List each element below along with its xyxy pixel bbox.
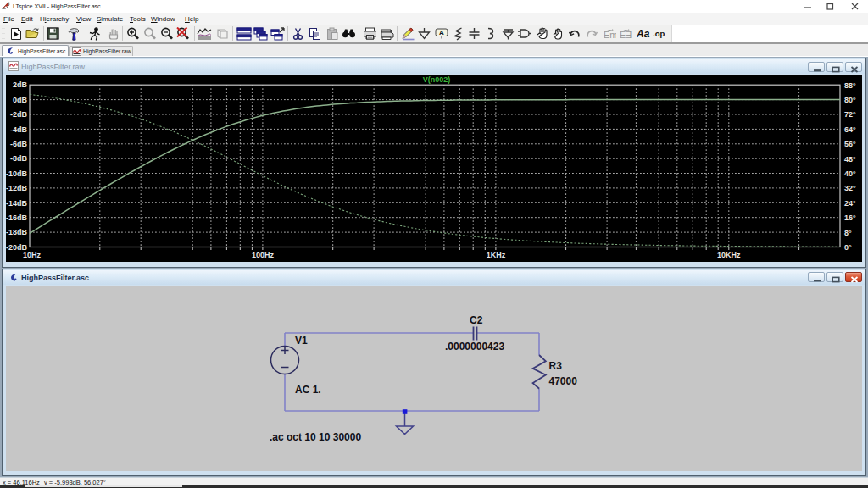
svg-text:.ac oct 10 10 30000: .ac oct 10 10 30000 [270, 431, 361, 443]
svg-text:V1: V1 [295, 335, 308, 347]
svg-text:56°: 56° [844, 140, 856, 148]
svg-text:40°: 40° [844, 169, 856, 177]
svg-text:-16dB: -16dB [6, 213, 27, 221]
svg-text:-12dB: -12dB [6, 184, 27, 192]
svg-text:-6dB: -6dB [10, 140, 28, 148]
svg-text:-4dB: -4dB [10, 125, 28, 133]
svg-text:10KHz: 10KHz [717, 250, 741, 258]
svg-text:72°: 72° [844, 110, 856, 119]
svg-text:.0000000423: .0000000423 [445, 341, 504, 352]
svg-text:-8dB: -8dB [10, 154, 28, 163]
svg-text:-14dB: -14dB [6, 198, 27, 207]
svg-text:32°: 32° [844, 184, 856, 192]
svg-text:1KHz: 1KHz [487, 250, 506, 258]
svg-text:8°: 8° [844, 228, 852, 236]
svg-text:0°: 0° [844, 242, 852, 251]
svg-text:48°: 48° [844, 154, 856, 163]
svg-text:24°: 24° [844, 198, 856, 207]
svg-text:10Hz: 10Hz [23, 250, 42, 258]
svg-text:64°: 64° [844, 125, 856, 133]
svg-text:47000: 47000 [549, 375, 578, 387]
svg-text:2dB: 2dB [13, 80, 28, 89]
svg-text:V(n002): V(n002) [423, 75, 451, 84]
svg-text:-2dB: -2dB [10, 110, 28, 119]
svg-text:AC 1.: AC 1. [295, 384, 321, 396]
svg-text:80°: 80° [844, 96, 856, 104]
svg-text:100Hz: 100Hz [252, 250, 275, 258]
svg-text:-10dB: -10dB [6, 169, 27, 177]
svg-text:-18dB: -18dB [6, 228, 27, 236]
svg-text:16°: 16° [844, 214, 856, 222]
svg-text:0dB: 0dB [13, 95, 28, 103]
svg-text:A: A [439, 29, 444, 36]
svg-text:R3: R3 [549, 360, 563, 372]
svg-text:Aa: Aa [637, 28, 650, 39]
svg-text:.op: .op [653, 29, 665, 38]
svg-text:C2: C2 [470, 314, 483, 326]
svg-text:88°: 88° [844, 80, 856, 89]
svg-text:Em: Em [604, 30, 616, 40]
